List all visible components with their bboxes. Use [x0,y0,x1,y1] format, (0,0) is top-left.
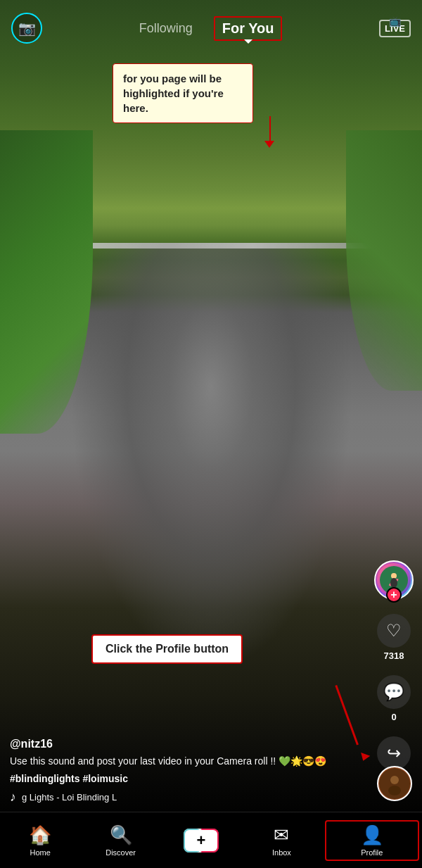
tv-icon: 📺 [389,15,401,27]
discover-label: Discover [106,848,136,857]
search-icon: 🔍 [110,824,132,846]
hashtags[interactable]: #blindinglights #loimusic [10,773,369,784]
profile-tooltip: Click the Profile button [91,634,243,664]
discover-nav-item[interactable]: 🔍 Discover [80,819,160,862]
inbox-label: Inbox [272,848,291,857]
svg-point-2 [390,578,397,588]
username[interactable]: @nitz16 [10,738,369,750]
profile-nav-item[interactable]: 👤 Profile [325,820,419,861]
bottom-navigation: 🏠 Home 🔍 Discover + ✉ Inbox 👤 Profile [0,812,422,868]
profile-icon: 👤 [361,824,383,846]
music-avatar-svg [379,768,410,799]
plus-inner: + [185,830,217,851]
following-tab[interactable]: Following [139,21,193,36]
svg-point-4 [390,776,399,784]
foryou-arrow-head [264,141,274,148]
inbox-icon: ✉ [274,824,289,846]
top-navigation: 📷 Following For You 📺 LIVE [0,0,422,56]
music-text: g Lights - Loi Blinding L [22,792,117,803]
home-label: Home [30,848,51,857]
share-icon: ↪ [377,736,411,770]
like-count: 7318 [384,650,404,661]
profile-label: Profile [361,848,383,857]
right-actions: + ♡ 7318 💬 0 ↪ 230 [374,560,414,784]
inbox-nav-item[interactable]: ✉ Inbox [241,819,321,862]
heart-icon: ♡ [377,614,411,648]
home-nav-item[interactable]: 🏠 Home [0,819,80,862]
like-button[interactable]: ♡ 7318 [377,614,411,661]
home-icon: 🏠 [29,824,51,846]
create-nav-item[interactable]: + [161,823,241,858]
music-note-icon: ♪ [10,790,16,805]
post-info: @nitz16 Use this sound and post your las… [10,738,369,805]
music-row[interactable]: ♪ g Lights - Loi Blinding L [10,790,369,805]
post-description: Use this sound and post your last video … [10,755,369,769]
live-button[interactable]: 📺 LIVE [379,20,411,37]
nav-tabs: Following For You [139,16,283,41]
for-you-tab[interactable]: For You [214,16,283,41]
svg-point-1 [391,573,397,579]
creator-avatar-container[interactable]: + [374,560,414,600]
music-avatar [377,766,412,801]
comment-icon: 💬 [377,675,411,709]
add-video-button[interactable]: 📷 [11,13,42,44]
create-plus-button[interactable]: + [184,829,219,853]
foryou-tooltip: for you page will be highlighted if you'… [113,63,253,123]
comment-count: 0 [391,712,396,722]
camera-add-icon: 📷 [18,20,36,37]
foryou-arrow-line [269,116,271,144]
svg-point-5 [388,786,401,795]
comment-button[interactable]: 💬 0 [377,675,411,722]
follow-plus-badge[interactable]: + [386,587,402,603]
